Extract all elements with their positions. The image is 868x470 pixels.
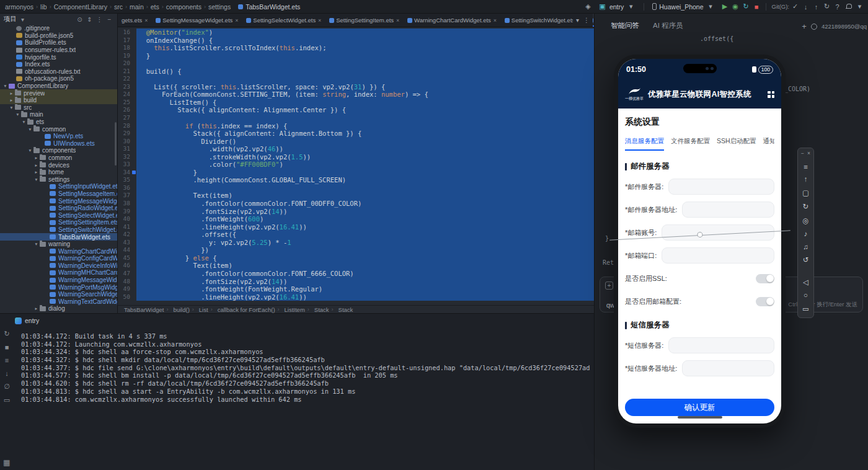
breadcrumb-item[interactable]: callback for ForEach() ›: [216, 306, 283, 313]
tree-item[interactable]: ▸ common: [0, 154, 117, 162]
git-pull-icon[interactable]: ↓: [801, 3, 810, 11]
tree-item[interactable]: WarningDeviceInfoWidget.ets: [0, 262, 117, 270]
git-check-icon[interactable]: ✓: [790, 2, 800, 11]
tree-item[interactable]: WarningMessageWidget.ets: [0, 277, 117, 284]
code-line[interactable]: 29 Stack({ alignContent: Alignment.Botto…: [118, 130, 594, 138]
refresh-icon[interactable]: ↻: [803, 202, 809, 211]
active-file-chip[interactable]: TabsBarWidget.ets: [234, 3, 304, 11]
tree-item[interactable]: WarningChartCardWidget.ets: [0, 247, 117, 255]
code-line[interactable]: 48 .fontSize(vp2.vp2(14)): [118, 278, 594, 286]
breadcrumb-item[interactable]: main ›: [128, 3, 149, 11]
tree-item[interactable]: UIWindows.ets: [0, 140, 117, 148]
terminal-corner-icon[interactable]: ▦: [3, 458, 10, 467]
tree-item[interactable]: WarningMHChartCardWidget.ets: [0, 269, 117, 277]
code-line[interactable]: 30 Divider(): [118, 138, 594, 146]
code-line[interactable]: 38 .fontColor(commonColor.FONT_00DFF0_CO…: [118, 200, 594, 208]
breadcrumb-item[interactable]: components ›: [165, 3, 207, 11]
tree-item[interactable]: NewVp.ets: [0, 133, 117, 140]
volume-up-icon[interactable]: ♪: [804, 230, 808, 237]
breadcrumb-item[interactable]: TabsBarWidget ›: [123, 306, 172, 313]
text-input[interactable]: [682, 360, 774, 376]
tree-item[interactable]: SettingSwitchWidget.ets: [0, 226, 117, 234]
code-line[interactable]: 23 List({ scroller: this.listScroller, s…: [118, 83, 594, 91]
tree-chevron-icon[interactable]: ▸: [9, 91, 14, 96]
code-line[interactable]: 42 .offset({: [118, 231, 594, 239]
attach-icon[interactable]: +: [605, 282, 613, 290]
tree-chevron-icon[interactable]: ▾: [33, 177, 39, 182]
code-line[interactable]: 45 } else {: [118, 254, 594, 262]
clear-icon[interactable]: ∅: [4, 383, 10, 391]
stop-button[interactable]: ■: [752, 3, 761, 11]
code-line[interactable]: 39 .fontSize(vp2.vp2(14)): [118, 208, 594, 216]
tree-item[interactable]: consumer-rules.txt: [0, 47, 117, 54]
breadcrumb-item[interactable]: Stack: [337, 306, 360, 313]
editor-tab[interactable]: gets.ets ×: [118, 14, 152, 27]
code-line[interactable]: 50 .lineHeight(vp2.vp2(16.41)): [118, 293, 594, 301]
close-icon[interactable]: ×: [493, 17, 497, 24]
close-icon[interactable]: ×: [234, 17, 239, 24]
tree-item[interactable]: ▾ settings: [0, 175, 117, 183]
restart-button[interactable]: ↻: [742, 2, 751, 11]
settings-tab[interactable]: 文件服务配置: [671, 137, 710, 151]
code-line[interactable]: 43 y: vp2.vp2(5.25) * -1: [118, 239, 594, 247]
tree-chevron-icon[interactable]: ▾: [21, 119, 27, 125]
locate-icon[interactable]: ◎: [802, 216, 808, 225]
screenshot-icon[interactable]: ▢: [802, 188, 809, 197]
code-line[interactable]: 21 build() {: [118, 68, 594, 76]
tree-item[interactable]: oh-package.json5: [0, 75, 117, 82]
text-input[interactable]: [662, 247, 774, 264]
tree-item[interactable]: ▾ ComponentLibrary: [0, 82, 117, 90]
tree-item[interactable]: WarningConfigCardWidget.ets: [0, 255, 117, 262]
breadcrumb-item[interactable]: List ›: [198, 306, 216, 313]
tree-item[interactable]: ▾ common: [0, 125, 117, 133]
breadcrumb-item[interactable]: settings: [207, 3, 234, 11]
tree-item[interactable]: BuildProfile.ets: [0, 39, 117, 47]
account-label[interactable]: 4221898950@qq: [822, 23, 867, 30]
tree-chevron-icon[interactable]: ▾: [27, 148, 33, 153]
breadcrumb-item[interactable]: ets ›: [149, 3, 165, 11]
tree-chevron-icon[interactable]: ▸: [33, 162, 39, 168]
tree-item[interactable]: ▾ components: [0, 147, 117, 154]
tree-item[interactable]: Index.ets: [0, 61, 117, 68]
debug-button[interactable]: ◉: [731, 2, 740, 11]
breadcrumb-item[interactable]: src ›: [113, 3, 128, 11]
scroll-top-icon[interactable]: ↑: [804, 175, 808, 183]
code-line[interactable]: 18 this.listScroller.scrollToIndex(this.…: [118, 44, 594, 52]
ai-panel-tab[interactable]: AI 程序员: [653, 21, 683, 30]
more-icon[interactable]: ⋮: [95, 16, 104, 23]
tree-chevron-icon[interactable]: ▸: [33, 155, 39, 161]
text-input[interactable]: [668, 337, 774, 353]
tree-item[interactable]: ▾ warning: [0, 241, 117, 248]
tree-item[interactable]: SettingSettingItem.ets: [0, 219, 117, 226]
code-line[interactable]: 22: [118, 75, 594, 83]
tree-item[interactable]: SettingSelectWidget.ets: [0, 211, 117, 219]
run-config-select[interactable]: ▣ entry ▾: [594, 2, 639, 11]
options-icon[interactable]: ≡: [5, 357, 9, 364]
code-line[interactable]: 32 .strokeWidth(vp2.vp2(1.5)): [118, 153, 594, 161]
editor-tab[interactable]: WarningChartCardWidget.ets ×: [404, 14, 501, 27]
code-line[interactable]: 31 .width(vp2.vp2(46)): [118, 145, 594, 153]
text-input[interactable]: [668, 179, 774, 195]
tree-item[interactable]: ▸ preview: [0, 89, 117, 97]
tree-item[interactable]: ▸ home: [0, 169, 117, 176]
code-line[interactable]: 20: [118, 60, 594, 68]
new-chat-icon[interactable]: +: [802, 22, 807, 31]
breadcrumb-item[interactable]: armonyos ›: [4, 3, 39, 11]
run-button[interactable]: ▶: [720, 2, 730, 11]
confirm-update-button[interactable]: 确认更新: [625, 399, 774, 416]
tree-item[interactable]: ▸ build: [0, 97, 117, 104]
code-line[interactable]: 49 .fontWeight(FontWeight.Regular): [118, 285, 594, 293]
code-line[interactable]: 26 Stack({ alignContent: Alignment.Cente…: [118, 106, 594, 114]
breadcrumb-item[interactable]: lib ›: [39, 3, 53, 11]
tree-item[interactable]: SettingMessageWidget.ets: [0, 197, 117, 205]
stop-icon[interactable]: ■: [5, 344, 9, 351]
code-line[interactable]: 33 .color("#FF00BDF0"): [118, 161, 594, 169]
toggle-switch[interactable]: [756, 274, 774, 283]
tree-chevron-icon[interactable]: ▾: [27, 126, 33, 132]
tree-item[interactable]: TabsBarWidget.ets: [0, 233, 117, 241]
code-line[interactable]: 24 ForEach(CommonConst.SETTING_ITEM, (it…: [118, 91, 594, 99]
run-tab[interactable]: entry: [15, 317, 39, 324]
code-line[interactable]: 37 Text(item): [118, 192, 594, 200]
notifications-icon[interactable]: [846, 4, 851, 10]
code-line[interactable]: 19 }: [118, 52, 594, 60]
